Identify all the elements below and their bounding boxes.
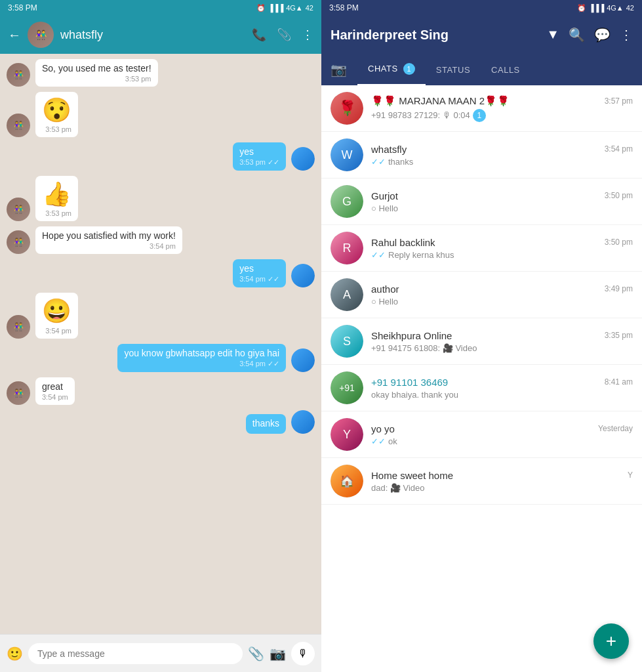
avatar: W — [331, 138, 363, 171]
chat-preview: +91 94175 61808: 🎥 Video — [371, 343, 633, 353]
left-time: 3:58 PM — [8, 3, 37, 12]
chat-info: yo yo Yesterday ✓✓ ok — [371, 423, 633, 446]
right-status-bar: 3:58 PM ⏰ ▐▐▐ 4G▲ 42 — [321, 0, 642, 16]
chat-messages: 👫 So, you used me as tester! 3:53 pm 👫 😯… — [0, 54, 321, 634]
chat-name: author — [371, 284, 399, 295]
avatar: 👫 — [7, 198, 30, 221]
contacts-panel: 3:58 PM ⏰ ▐▐▐ 4G▲ 42 Harinderpreet Sing … — [321, 0, 642, 672]
list-item[interactable]: +91 +91 91101 36469 8:41 am okay bhaiya.… — [321, 365, 642, 411]
chat-header-icons: 📞 📎 ⋮ — [252, 28, 313, 42]
new-chat-fab[interactable]: + — [593, 623, 629, 659]
list-item[interactable]: 🏠 Home sweet home Y dad: 🎥 Video — [321, 458, 642, 505]
chat-preview: ✓✓ ok — [371, 436, 633, 446]
message-row: thanks — [7, 410, 315, 434]
chat-info: whatsfly 3:54 pm ✓✓ thanks — [371, 144, 633, 167]
app-title: Harinderpreet Sing — [331, 28, 538, 43]
fab-icon: + — [606, 631, 616, 652]
message-emoji: 😀 — [42, 297, 71, 324]
message-bubble: great 3:54 pm — [35, 377, 75, 405]
message-row: 👫 great 3:54 pm — [7, 377, 315, 405]
chat-info: +91 91101 36469 8:41 am okay bhaiya. tha… — [371, 377, 633, 400]
chat-time: 3:50 pm — [605, 191, 633, 200]
chat-info: Sheikhpura Online 3:35 pm +91 94175 6180… — [371, 330, 633, 353]
list-item[interactable]: R Rahul backlink 3:50 pm ✓✓ Reply kerna … — [321, 225, 642, 272]
emoji-button[interactable]: 🙂 — [7, 646, 23, 662]
avatar — [291, 348, 315, 372]
avatar: 👫 — [7, 230, 30, 254]
camera-tab[interactable]: 📷 — [331, 62, 347, 77]
chat-preview: ✓✓ Reply kerna khus — [371, 250, 633, 260]
message-text: great — [42, 381, 63, 392]
left-status-bar: 3:58 PM ⏰ ▐▐▐ 4G▲ 42 — [0, 0, 321, 16]
chat-name-row: author 3:49 pm — [371, 284, 633, 295]
chat-info: author 3:49 pm ○ Hello — [371, 284, 633, 306]
message-bubble: yes 3:54 pm ✓✓ — [233, 259, 286, 287]
chat-name: 🌹🌹 MARJANA MAAN 2🌹🌹 — [371, 95, 510, 107]
avatar — [291, 410, 315, 434]
message-text: you know gbwhatsapp edit ho giya hai — [124, 348, 279, 358]
chat-preview: ○ Hello — [371, 203, 633, 213]
chat-name-row: Home sweet home Y — [371, 470, 633, 481]
message-input[interactable] — [28, 643, 243, 664]
camera-button[interactable]: 📷 — [270, 646, 286, 662]
contact-avatar: 👫 — [28, 22, 54, 48]
avatar — [291, 147, 315, 171]
list-item[interactable]: W whatsfly 3:54 pm ✓✓ thanks — [321, 132, 642, 178]
tab-chats[interactable]: CHATS 1 — [357, 54, 426, 86]
back-button[interactable]: ← — [8, 28, 21, 43]
chat-icon[interactable]: 💬 — [594, 27, 611, 43]
list-item[interactable]: G Gurjot 3:50 pm ○ Hello — [321, 178, 642, 225]
avatar: 👫 — [7, 63, 30, 87]
chat-preview: dad: 🎥 Video — [371, 483, 633, 493]
chat-time: 3:57 pm — [605, 96, 633, 106]
message-bubble: Hope you satisfied with my work! 3:54 pm — [35, 226, 182, 254]
message-bubble: yes 3:53 pm ✓✓ — [233, 142, 286, 171]
chat-name-row: yo yo Yesterday — [371, 423, 633, 434]
chat-name-row: +91 91101 36469 8:41 am — [371, 377, 633, 388]
tab-status[interactable]: STATUS — [426, 56, 481, 84]
message-bubble: 😀 3:54 pm — [35, 293, 78, 338]
more-options-icon[interactable]: ⋮ — [620, 27, 633, 43]
list-item[interactable]: Y yo yo Yesterday ✓✓ ok — [321, 411, 642, 458]
chat-window: 3:58 PM ⏰ ▐▐▐ 4G▲ 42 ← 👫 whatsfly 📞 📎 ⋮ … — [0, 0, 321, 672]
list-item[interactable]: 🌹 🌹🌹 MARJANA MAAN 2🌹🌹 3:57 pm +91 98783 … — [321, 85, 642, 132]
chat-name-row: Gurjot 3:50 pm — [371, 190, 633, 201]
mic-button[interactable]: 🎙 — [291, 642, 315, 665]
left-status-icons: ⏰ ▐▐▐ 4G▲ 42 — [256, 4, 313, 12]
tabs-bar: 📷 CHATS 1 STATUS CALLS — [321, 54, 642, 85]
chat-name: whatsfly — [371, 144, 407, 155]
attach-button[interactable]: 📎 — [248, 646, 264, 662]
chat-info: Gurjot 3:50 pm ○ Hello — [371, 190, 633, 213]
chat-name: Rahul backlink — [371, 237, 435, 248]
avatar: S — [331, 325, 363, 358]
chat-name-row: Sheikhpura Online 3:35 pm — [371, 330, 633, 341]
message-time: 3:54 pm ✓✓ — [239, 275, 279, 284]
chat-name: Home sweet home — [371, 470, 453, 481]
attach-icon[interactable]: 📎 — [277, 28, 291, 42]
chats-badge: 1 — [403, 63, 415, 75]
chat-time: 3:35 pm — [605, 331, 633, 340]
search-icon[interactable]: 🔍 — [569, 27, 585, 43]
chat-time: Y — [628, 471, 633, 480]
chat-input-bar: 🙂 📎 📷 🎙 — [0, 634, 321, 672]
unread-badge: 1 — [473, 109, 486, 122]
message-time: 3:53 pm ✓✓ — [239, 158, 279, 167]
call-icon[interactable]: 📞 — [252, 28, 266, 42]
list-item[interactable]: A author 3:49 pm ○ Hello — [321, 272, 642, 318]
avatar: +91 — [331, 371, 363, 404]
calls-tab-label: CALLS — [491, 65, 520, 75]
avatar: 👫 — [7, 315, 30, 339]
more-icon[interactable]: ⋮ — [302, 28, 313, 42]
avatar: Y — [331, 418, 363, 451]
app-header: Harinderpreet Sing ▼ 🔍 💬 ⋮ — [321, 16, 642, 54]
message-time: 3:53 pm — [42, 125, 71, 133]
message-text: So, you used me as tester! — [42, 63, 151, 74]
message-text: yes — [239, 146, 254, 157]
list-item[interactable]: S Sheikhpura Online 3:35 pm +91 94175 61… — [321, 318, 642, 365]
avatar: R — [331, 232, 363, 264]
chat-time: 8:41 am — [605, 377, 633, 387]
chats-tab-label: CHATS — [368, 64, 398, 74]
avatar: 🌹 — [331, 92, 363, 125]
tab-calls[interactable]: CALLS — [481, 56, 531, 84]
right-status-icons: ⏰ ▐▐▐ 4G▲ 42 — [577, 4, 634, 12]
